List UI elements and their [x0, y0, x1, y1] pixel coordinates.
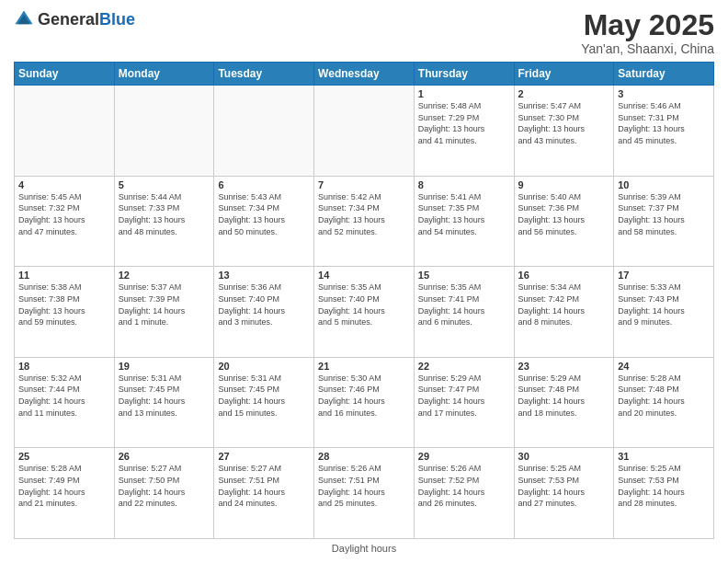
calendar-cell: 6Sunrise: 5:43 AM Sunset: 7:34 PM Daylig…: [214, 176, 314, 267]
calendar-cell: 28Sunrise: 5:26 AM Sunset: 7:51 PM Dayli…: [314, 448, 415, 539]
day-info: Sunrise: 5:27 AM Sunset: 7:50 PM Dayligh…: [119, 463, 210, 509]
day-info: Sunrise: 5:45 AM Sunset: 7:32 PM Dayligh…: [18, 191, 110, 237]
day-info: Sunrise: 5:40 AM Sunset: 7:36 PM Dayligh…: [518, 191, 610, 237]
day-number: 5: [119, 179, 210, 190]
calendar-cell: 22Sunrise: 5:29 AM Sunset: 7:47 PM Dayli…: [414, 357, 514, 448]
day-info: Sunrise: 5:30 AM Sunset: 7:46 PM Dayligh…: [318, 373, 410, 419]
calendar-cell: 20Sunrise: 5:31 AM Sunset: 7:45 PM Dayli…: [214, 357, 314, 448]
day-number: 25: [18, 451, 110, 462]
day-number: 18: [18, 361, 110, 372]
day-info: Sunrise: 5:28 AM Sunset: 7:48 PM Dayligh…: [618, 373, 710, 419]
day-info: Sunrise: 5:31 AM Sunset: 7:45 PM Dayligh…: [119, 373, 210, 419]
calendar-cell: 18Sunrise: 5:32 AM Sunset: 7:44 PM Dayli…: [15, 357, 115, 448]
day-info: Sunrise: 5:46 AM Sunset: 7:31 PM Dayligh…: [618, 100, 710, 146]
calendar-cell: [114, 86, 214, 177]
calendar-day-header: Friday: [514, 63, 614, 86]
day-number: 28: [318, 451, 410, 462]
day-number: 10: [618, 179, 710, 190]
day-number: 14: [318, 270, 410, 281]
calendar-day-header: Monday: [114, 63, 214, 86]
calendar-cell: 31Sunrise: 5:25 AM Sunset: 7:53 PM Dayli…: [614, 448, 714, 539]
day-info: Sunrise: 5:29 AM Sunset: 7:47 PM Dayligh…: [418, 373, 510, 419]
day-number: 9: [518, 179, 610, 190]
calendar-cell: 12Sunrise: 5:37 AM Sunset: 7:39 PM Dayli…: [114, 267, 214, 358]
day-info: Sunrise: 5:35 AM Sunset: 7:40 PM Dayligh…: [318, 282, 410, 327]
calendar-cell: [15, 86, 115, 177]
logo-text-general: General: [38, 10, 99, 29]
calendar-cell: 1Sunrise: 5:48 AM Sunset: 7:29 PM Daylig…: [414, 86, 514, 177]
day-number: 12: [119, 270, 210, 281]
calendar-cell: 19Sunrise: 5:31 AM Sunset: 7:45 PM Dayli…: [114, 357, 214, 448]
calendar-cell: 14Sunrise: 5:35 AM Sunset: 7:40 PM Dayli…: [314, 267, 415, 358]
day-info: Sunrise: 5:31 AM Sunset: 7:45 PM Dayligh…: [218, 373, 310, 419]
calendar-cell: [214, 86, 314, 177]
day-number: 8: [418, 179, 510, 190]
calendar-cell: 17Sunrise: 5:33 AM Sunset: 7:43 PM Dayli…: [614, 267, 714, 358]
day-number: 16: [518, 270, 610, 281]
calendar-cell: 9Sunrise: 5:40 AM Sunset: 7:36 PM Daylig…: [514, 176, 614, 267]
day-number: 30: [518, 451, 610, 462]
calendar-cell: 26Sunrise: 5:27 AM Sunset: 7:50 PM Dayli…: [114, 448, 214, 539]
day-number: 20: [218, 361, 310, 372]
day-number: 6: [218, 179, 310, 190]
calendar-cell: 23Sunrise: 5:29 AM Sunset: 7:48 PM Dayli…: [514, 357, 614, 448]
calendar-cell: 5Sunrise: 5:44 AM Sunset: 7:33 PM Daylig…: [114, 176, 214, 267]
footer-label: Daylight hours: [332, 543, 396, 554]
logo-icon: [14, 9, 34, 29]
day-info: Sunrise: 5:26 AM Sunset: 7:52 PM Dayligh…: [418, 463, 510, 509]
day-info: Sunrise: 5:25 AM Sunset: 7:53 PM Dayligh…: [618, 463, 710, 509]
main-title: May 2025: [581, 9, 714, 41]
calendar-header-row: SundayMondayTuesdayWednesdayThursdayFrid…: [15, 63, 714, 86]
day-number: 17: [618, 270, 710, 281]
calendar-table: SundayMondayTuesdayWednesdayThursdayFrid…: [14, 62, 714, 539]
day-info: Sunrise: 5:35 AM Sunset: 7:41 PM Dayligh…: [418, 282, 510, 327]
calendar-cell: 10Sunrise: 5:39 AM Sunset: 7:37 PM Dayli…: [614, 176, 714, 267]
day-number: 11: [18, 270, 110, 281]
day-number: 26: [119, 451, 210, 462]
day-info: Sunrise: 5:43 AM Sunset: 7:34 PM Dayligh…: [218, 191, 310, 237]
title-block: May 2025 Yan'an, Shaanxi, China: [581, 9, 714, 56]
calendar-cell: 13Sunrise: 5:36 AM Sunset: 7:40 PM Dayli…: [214, 267, 314, 358]
day-info: Sunrise: 5:47 AM Sunset: 7:30 PM Dayligh…: [518, 100, 610, 146]
logo: GeneralBlue: [14, 9, 135, 29]
day-number: 1: [418, 88, 510, 99]
calendar-cell: 7Sunrise: 5:42 AM Sunset: 7:34 PM Daylig…: [314, 176, 415, 267]
page: GeneralBlue May 2025 Yan'an, Shaanxi, Ch…: [0, 0, 728, 563]
day-info: Sunrise: 5:42 AM Sunset: 7:34 PM Dayligh…: [318, 191, 410, 237]
day-number: 15: [418, 270, 510, 281]
day-number: 23: [518, 361, 610, 372]
logo-text-blue: Blue: [99, 10, 135, 29]
footer: Daylight hours: [14, 539, 714, 554]
calendar-week-row: 25Sunrise: 5:28 AM Sunset: 7:49 PM Dayli…: [15, 448, 714, 539]
calendar-week-row: 11Sunrise: 5:38 AM Sunset: 7:38 PM Dayli…: [15, 267, 714, 358]
calendar-cell: 29Sunrise: 5:26 AM Sunset: 7:52 PM Dayli…: [414, 448, 514, 539]
day-info: Sunrise: 5:41 AM Sunset: 7:35 PM Dayligh…: [418, 191, 510, 237]
subtitle: Yan'an, Shaanxi, China: [581, 41, 714, 56]
day-number: 31: [618, 451, 710, 462]
day-info: Sunrise: 5:36 AM Sunset: 7:40 PM Dayligh…: [218, 282, 310, 327]
calendar-cell: 25Sunrise: 5:28 AM Sunset: 7:49 PM Dayli…: [15, 448, 115, 539]
day-info: Sunrise: 5:26 AM Sunset: 7:51 PM Dayligh…: [318, 463, 410, 509]
day-info: Sunrise: 5:39 AM Sunset: 7:37 PM Dayligh…: [618, 191, 710, 237]
calendar-cell: 8Sunrise: 5:41 AM Sunset: 7:35 PM Daylig…: [414, 176, 514, 267]
day-info: Sunrise: 5:28 AM Sunset: 7:49 PM Dayligh…: [18, 463, 110, 509]
day-number: 24: [618, 361, 710, 372]
day-info: Sunrise: 5:25 AM Sunset: 7:53 PM Dayligh…: [518, 463, 610, 509]
calendar-week-row: 18Sunrise: 5:32 AM Sunset: 7:44 PM Dayli…: [15, 357, 714, 448]
calendar-cell: 27Sunrise: 5:27 AM Sunset: 7:51 PM Dayli…: [214, 448, 314, 539]
day-number: 22: [418, 361, 510, 372]
calendar-cell: 11Sunrise: 5:38 AM Sunset: 7:38 PM Dayli…: [15, 267, 115, 358]
calendar-cell: [314, 86, 415, 177]
header: GeneralBlue May 2025 Yan'an, Shaanxi, Ch…: [14, 9, 714, 56]
calendar-cell: 24Sunrise: 5:28 AM Sunset: 7:48 PM Dayli…: [614, 357, 714, 448]
day-info: Sunrise: 5:27 AM Sunset: 7:51 PM Dayligh…: [218, 463, 310, 509]
calendar-cell: 16Sunrise: 5:34 AM Sunset: 7:42 PM Dayli…: [514, 267, 614, 358]
calendar-cell: 15Sunrise: 5:35 AM Sunset: 7:41 PM Dayli…: [414, 267, 514, 358]
day-number: 4: [18, 179, 110, 190]
calendar-day-header: Saturday: [614, 63, 714, 86]
calendar-cell: 3Sunrise: 5:46 AM Sunset: 7:31 PM Daylig…: [614, 86, 714, 177]
day-number: 21: [318, 361, 410, 372]
day-number: 27: [218, 451, 310, 462]
calendar-week-row: 4Sunrise: 5:45 AM Sunset: 7:32 PM Daylig…: [15, 176, 714, 267]
day-info: Sunrise: 5:34 AM Sunset: 7:42 PM Dayligh…: [518, 282, 610, 327]
